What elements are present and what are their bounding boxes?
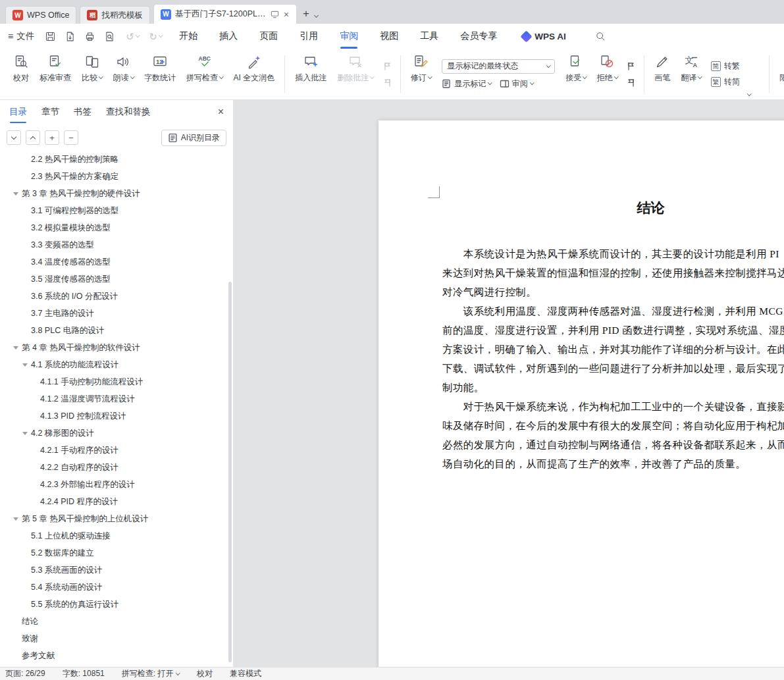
menu-tab-insert[interactable]: 插入 <box>219 30 238 42</box>
toc-item[interactable]: 4.2 梯形图的设计 <box>0 425 228 442</box>
toc-item[interactable]: 4.2.3 外部输出程序的设计 <box>0 476 228 493</box>
collapse-arrow-icon[interactable] <box>13 192 18 196</box>
sidebar-tab-bookmarks[interactable]: 书签 <box>74 106 91 118</box>
next-revision-button[interactable] <box>626 78 636 88</box>
toc-item[interactable]: 参考文献 <box>0 647 228 664</box>
toc-item[interactable]: 第 3 章 热风干燥控制的硬件设计 <box>0 185 228 202</box>
toc-item[interactable]: 3.5 湿度传感器的选型 <box>0 271 228 288</box>
toc-item[interactable]: 5.4 系统动画的设计 <box>0 579 228 596</box>
toc-item[interactable]: 3.2 模拟量模块的选型 <box>0 219 228 236</box>
print-preview-icon[interactable] <box>104 31 115 42</box>
menu-tab-view[interactable]: 视图 <box>380 30 398 42</box>
toc-item[interactable]: 2.3 热风干燥的方案确定 <box>0 168 228 185</box>
toc-collapse-all-button[interactable]: − <box>64 130 78 145</box>
toc-item[interactable]: 5.5 系统的仿真运行设计 <box>0 596 228 613</box>
toc-expand-down-button[interactable] <box>7 130 21 145</box>
toc-expand-all-button[interactable]: + <box>45 130 59 145</box>
menu-tab-home[interactable]: 开始 <box>179 30 197 42</box>
toc-item[interactable]: 4.2.4 PID 程序的设计 <box>0 493 228 510</box>
next-comment-button[interactable] <box>382 78 392 88</box>
tab-list-chevron-icon[interactable] <box>314 13 319 18</box>
document-line[interactable]: 必然的发展方向，通过自动控制与网络通信，将各种设备都联系起来，从而 <box>442 435 784 454</box>
close-sidebar-icon[interactable]: × <box>218 106 224 118</box>
menu-tab-member[interactable]: 会员专享 <box>460 30 497 42</box>
toc-item[interactable]: 3.7 主电路的设计 <box>0 305 228 322</box>
toc-item[interactable]: 5.2 数据库的建立 <box>0 544 228 562</box>
sidebar-tab-chapters[interactable]: 章节 <box>41 106 59 118</box>
toc-item[interactable]: 4.1.2 温湿度调节流程设计 <box>0 390 228 407</box>
toc-item[interactable]: 3.3 变频器的选型 <box>0 236 228 253</box>
toc-item[interactable]: 2.2 热风干燥的控制策略 <box>0 154 228 168</box>
toc-collapse-up-button[interactable] <box>26 130 40 145</box>
insert-comment-button[interactable]: 插入批注 <box>290 49 332 99</box>
word-count-button[interactable]: 12 字数统计 <box>139 49 181 99</box>
document-heading[interactable]: 结论 <box>379 199 784 217</box>
toc-item[interactable]: 4.1.3 PID 控制流程设计 <box>0 407 228 425</box>
compare-button[interactable]: 比较 <box>76 49 108 99</box>
compatibility-mode-indicator[interactable]: 兼容模式 <box>230 668 261 679</box>
review-pane-button[interactable]: 审阅 <box>500 78 534 90</box>
document-line[interactable]: 方案设计，明确了输入、输出点，并对其功能作了详细的分析与设计。在此 <box>442 340 784 359</box>
document-line[interactable]: 本系统设计是为热风干燥系统而设计的，其主要的设计功能是利用 PI <box>442 244 784 263</box>
document-line[interactable]: 前的温度、湿度进行设置，并利用 PID 函数进行调整，实现对系统温、湿度 <box>442 321 784 340</box>
wps-ai-button[interactable]: WPS AI <box>522 32 566 41</box>
search-icon[interactable] <box>595 31 606 41</box>
ink-pen-button[interactable]: 画笔 <box>649 49 675 99</box>
save-icon[interactable] <box>45 31 56 42</box>
read-aloud-button[interactable]: 朗读 <box>108 49 140 99</box>
file-menu-button[interactable]: ≡ 文件 <box>8 30 34 42</box>
spell-check-status[interactable]: 拼写检查: 打开 <box>122 668 180 679</box>
toc-item[interactable]: 3.8 PLC 电路的设计 <box>0 322 228 339</box>
document-page[interactable]: 结论 本系统设计是为热风干燥系统而设计的，其主要的设计功能是利用 PI 来达到对… <box>379 120 784 667</box>
toc-item[interactable]: 5.3 系统画面的设计 <box>0 562 228 579</box>
print-icon[interactable] <box>84 31 95 42</box>
to-simplified-button[interactable]: 繁 转简 <box>711 76 740 88</box>
accept-revision-button[interactable]: 接受 <box>560 49 592 99</box>
document-line[interactable]: 味及储存时间，在今后的发展中有很大的发展空间；将自动化应用于枸杞加 <box>442 416 784 435</box>
proofread-button[interactable]: 校对 <box>8 49 34 99</box>
track-changes-button[interactable]: 修订 <box>405 49 437 99</box>
standard-review-button[interactable]: 标准审查 <box>34 49 76 99</box>
menu-tab-tools[interactable]: 工具 <box>420 30 438 42</box>
close-tab-icon[interactable]: × <box>283 10 290 19</box>
show-markup-button[interactable]: 显示标记 <box>442 78 492 90</box>
undo-button[interactable]: ↺ <box>126 32 139 41</box>
menu-tab-reference[interactable]: 引用 <box>300 30 318 42</box>
document-line[interactable]: 下载、调试软件，对所遇到的一些问题进行了分析并加以处理，最后实现了 <box>442 359 784 378</box>
word-count-indicator[interactable]: 字数: 10851 <box>63 668 105 679</box>
redo-chevron-icon[interactable] <box>159 33 163 37</box>
document-line[interactable]: 场自动化的目的，从而提高了生产的效率，并改善了产品的质量。 <box>442 454 784 473</box>
collapse-arrow-icon[interactable] <box>13 517 18 521</box>
tab-current-document[interactable]: W 基于西门子S7-1200PLC的热 × <box>153 4 297 24</box>
document-body[interactable]: 本系统设计是为热风干燥系统而设计的，其主要的设计功能是利用 PI 来达到对热风干… <box>442 244 784 473</box>
spell-check-button[interactable]: ABC 拼写检查 <box>181 49 228 99</box>
translate-button[interactable]: 文A 翻译 <box>675 49 707 99</box>
previous-revision-button[interactable] <box>626 61 636 71</box>
document-area[interactable]: 结论 本系统设计是为热风干燥系统而设计的，其主要的设计功能是利用 PI 来达到对… <box>234 100 784 667</box>
new-tab-button[interactable]: + <box>303 7 309 20</box>
to-traditional-button[interactable]: 简 转繁 <box>711 61 740 72</box>
document-line[interactable]: 对于热风干燥系统来说，作为枸杞加工工业中的一个关键设备，直接影 <box>442 397 784 416</box>
previous-comment-button[interactable] <box>382 61 392 71</box>
document-line[interactable]: 该系统利用温度、湿度两种传感器对温、湿度进行检测，并利用 MCG <box>442 301 784 321</box>
menu-tab-page[interactable]: 页面 <box>259 30 278 42</box>
toc-item[interactable]: 4.2.2 自动程序的设计 <box>0 459 228 476</box>
ai-recognize-toc-button[interactable]: AI识别目录 <box>161 130 226 146</box>
sidebar-tab-find-replace[interactable]: 查找和替换 <box>106 106 151 118</box>
share-screen-icon[interactable] <box>271 10 279 18</box>
toc-item[interactable]: 第 5 章 热风干燥控制的上位机设计 <box>0 510 228 527</box>
document-line[interactable]: 对冷气阀进行控制。 <box>442 282 784 301</box>
sidebar-scrollbar[interactable] <box>228 282 232 662</box>
ai-polish-button[interactable]: AI 全文润色 <box>228 49 280 99</box>
document-line[interactable]: 来达到对热风干燥装置的恒温和恒湿的控制，还使用接触器来控制搅拌马达 <box>442 263 784 282</box>
document-line[interactable]: 制功能。 <box>442 378 784 397</box>
toc-item[interactable]: 3.4 温度传感器的选型 <box>0 253 228 271</box>
toc-item[interactable]: 4.1 系统的功能流程设计 <box>0 356 228 373</box>
tab-wps-office[interactable]: W WPS Office <box>5 6 76 24</box>
toc-item[interactable]: 3.1 可编程控制器的选型 <box>0 202 228 219</box>
collapse-arrow-icon[interactable] <box>22 432 28 435</box>
tab-docer-template[interactable]: 稻 找稻壳模板 <box>80 6 150 24</box>
delete-comment-button[interactable]: 删除批注 <box>332 49 379 99</box>
undo-chevron-icon[interactable] <box>136 33 140 37</box>
toc-item[interactable]: 致谢 <box>0 630 228 647</box>
